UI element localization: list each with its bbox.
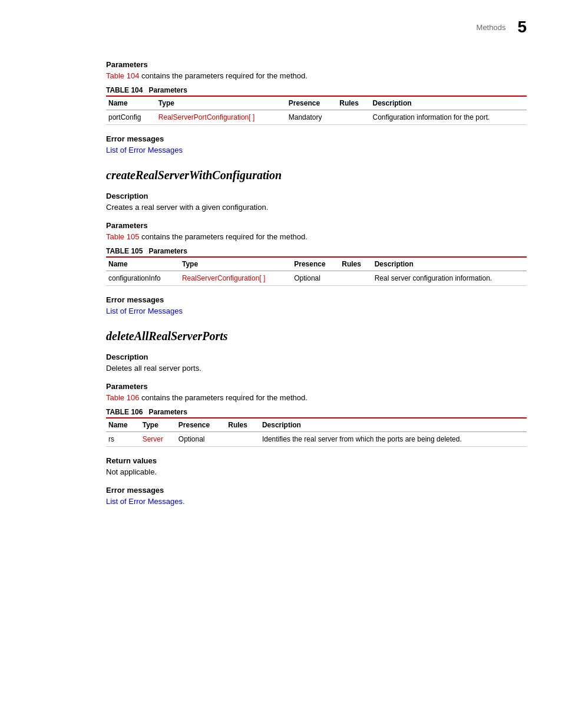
method2-parameters-intro: Table 105 contains the parameters requir… xyxy=(106,232,527,241)
row3-name: rs xyxy=(106,432,140,447)
method2-title: createRealServerWithConfiguration xyxy=(106,169,527,182)
table106-label: TABLE 106 Parameters xyxy=(106,408,527,416)
col-presence-3: Presence xyxy=(176,418,226,432)
page-number: 5 xyxy=(517,18,527,37)
table104-label: TABLE 104 Parameters xyxy=(106,86,527,94)
table-row: rs Server Optional Identifies the real s… xyxy=(106,432,527,447)
table105-link[interactable]: Table 105 xyxy=(106,232,139,241)
return-values-text: Not applicable. xyxy=(106,467,527,476)
error-section-3: Error messages List of Error Messages. xyxy=(106,486,527,506)
error-label-3: Error messages xyxy=(106,486,527,495)
col-description-2: Description xyxy=(372,257,527,271)
col-name-3: Name xyxy=(106,418,140,432)
col-presence-2: Presence xyxy=(292,257,339,271)
return-values-section: Return values Not applicable. xyxy=(106,456,527,476)
row2-type: RealServerConfiguration[ ] xyxy=(180,271,292,286)
error-section-2: Error messages List of Error Messages xyxy=(106,295,527,315)
table-106: Name Type Presence Rules Description rs … xyxy=(106,417,527,447)
col-rules-1: Rules xyxy=(337,96,370,110)
col-description-1: Description xyxy=(371,96,527,110)
table-row: configurationInfo RealServerConfiguratio… xyxy=(106,271,527,286)
method2-parameters-label: Parameters xyxy=(106,221,527,230)
row2-name: configurationInfo xyxy=(106,271,180,286)
col-rules-3: Rules xyxy=(226,418,260,432)
method2-description-text: Creates a real server with a given confi… xyxy=(106,203,527,212)
col-type-3: Type xyxy=(140,418,176,432)
error-section-1: Error messages List of Error Messages xyxy=(106,134,527,154)
return-values-label: Return values xyxy=(106,456,527,465)
row1-description: Configuration information for the port. xyxy=(371,110,527,125)
section1-parameters: Parameters Table 104 contains the parame… xyxy=(106,60,527,154)
method3-description-label: Description xyxy=(106,353,527,361)
error-label-1: Error messages xyxy=(106,134,527,143)
method2-description-label: Description xyxy=(106,192,527,200)
col-type-2: Type xyxy=(180,257,292,271)
col-rules-2: Rules xyxy=(339,257,372,271)
table-row: portConfig RealServerPortConfiguration[ … xyxy=(106,110,527,125)
row1-type: RealServerPortConfiguration[ ] xyxy=(156,110,286,125)
method3-parameters-intro: Table 106 contains the parameters requir… xyxy=(106,393,527,402)
row3-description: Identifies the real server from which th… xyxy=(260,432,527,447)
row2-presence: Optional xyxy=(292,271,339,286)
error-link-1[interactable]: List of Error Messages xyxy=(106,146,183,154)
method3-title: deleteAllRealServerPorts xyxy=(106,330,527,343)
row2-description: Real server configuration information. xyxy=(372,271,527,286)
method2-section: createRealServerWithConfiguration Descri… xyxy=(106,169,527,315)
table106-link[interactable]: Table 106 xyxy=(106,393,139,402)
method3-section: deleteAllRealServerPorts Description Del… xyxy=(106,330,527,506)
parameters-intro-1: Table 104 contains the parameters requir… xyxy=(106,71,527,80)
col-name-2: Name xyxy=(106,257,180,271)
page-header: Methods 5 xyxy=(106,18,527,42)
error-label-2: Error messages xyxy=(106,295,527,304)
row2-rules xyxy=(339,271,372,286)
col-name-1: Name xyxy=(106,96,156,110)
error-link-3[interactable]: List of Error Messages. xyxy=(106,497,185,506)
table-105: Name Type Presence Rules Description con… xyxy=(106,256,527,286)
method3-parameters-label: Parameters xyxy=(106,382,527,391)
section-title: Methods xyxy=(477,23,506,32)
table104-link[interactable]: Table 104 xyxy=(106,71,139,80)
error-link-2[interactable]: List of Error Messages xyxy=(106,307,183,315)
table-104: Name Type Presence Rules Description por… xyxy=(106,95,527,125)
method3-description-text: Deletes all real server ports. xyxy=(106,364,527,373)
row3-rules xyxy=(226,432,260,447)
col-presence-1: Presence xyxy=(286,96,338,110)
row1-presence: Mandatory xyxy=(286,110,338,125)
row1-rules xyxy=(337,110,370,125)
table105-label: TABLE 105 Parameters xyxy=(106,247,527,255)
col-type-1: Type xyxy=(156,96,286,110)
parameters-label-1: Parameters xyxy=(106,60,527,69)
row3-type: Server xyxy=(140,432,176,447)
row3-presence: Optional xyxy=(176,432,226,447)
row1-name: portConfig xyxy=(106,110,156,125)
col-description-3: Description xyxy=(260,418,527,432)
page-container: Methods 5 Parameters Table 104 contains … xyxy=(0,0,562,534)
